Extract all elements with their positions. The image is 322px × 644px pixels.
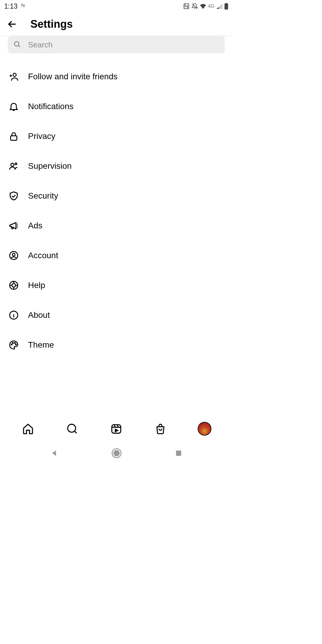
status-bar: 1:13 4G [0, 0, 233, 13]
nav-reels[interactable] [109, 422, 123, 436]
search-input[interactable] [28, 40, 219, 49]
svg-point-3 [14, 41, 19, 46]
settings-item-label: Theme [28, 340, 54, 350]
palette-icon [8, 339, 20, 351]
wifi-icon [200, 4, 206, 9]
bell-icon [8, 100, 20, 112]
svg-point-4 [13, 73, 16, 77]
settings-item-theme[interactable]: Theme [0, 330, 233, 360]
bell-off-icon [191, 3, 198, 10]
svg-point-14 [13, 343, 13, 343]
svg-point-7 [15, 163, 17, 165]
back-button[interactable] [6, 18, 18, 30]
settings-item-label: Privacy [28, 131, 55, 141]
system-nav [0, 441, 233, 465]
svg-point-13 [11, 344, 12, 345]
nav-shop[interactable] [153, 422, 168, 436]
svg-point-6 [11, 163, 14, 166]
search-box[interactable] [8, 36, 225, 53]
nav-profile[interactable] [197, 422, 212, 436]
info-icon [8, 309, 20, 321]
avatar [198, 422, 211, 436]
sys-home-button[interactable] [111, 448, 122, 459]
svg-rect-5 [11, 136, 17, 140]
bottom-nav [0, 416, 233, 441]
settings-list: Follow and invite friends Notifications … [0, 53, 233, 416]
add-person-icon [8, 71, 20, 83]
settings-item-label: Ads [28, 221, 42, 230]
svg-point-16 [16, 344, 16, 345]
settings-item-about[interactable]: About [0, 300, 233, 330]
svg-rect-18 [112, 425, 121, 433]
settings-item-help[interactable]: Help [0, 270, 233, 300]
settings-item-ads[interactable]: Ads [0, 211, 233, 241]
network-type-label: 4G [208, 4, 215, 9]
search-icon [13, 40, 21, 49]
megaphone-icon [8, 220, 20, 232]
svg-point-15 [14, 343, 15, 343]
footsteps-icon [20, 2, 26, 10]
settings-item-follow-invite[interactable]: Follow and invite friends [0, 62, 233, 92]
svg-rect-21 [176, 451, 181, 456]
signal-icon [216, 4, 222, 9]
nav-search[interactable] [65, 422, 79, 436]
settings-item-security[interactable]: Security [0, 181, 233, 211]
lock-icon [8, 130, 20, 142]
settings-item-notifications[interactable]: Notifications [0, 92, 233, 121]
status-time: 1:13 [4, 2, 18, 10]
sys-back-button[interactable] [50, 449, 58, 457]
settings-item-label: Notifications [28, 102, 74, 111]
settings-item-supervision[interactable]: Supervision [0, 151, 233, 181]
svg-point-9 [13, 253, 15, 256]
sys-recent-button[interactable] [175, 449, 182, 457]
settings-item-label: Help [28, 281, 45, 290]
svg-point-11 [12, 284, 16, 287]
lifebuoy-icon [8, 279, 20, 291]
settings-item-account[interactable]: Account [0, 241, 233, 270]
battery-icon [224, 3, 228, 10]
settings-item-label: Security [28, 191, 58, 201]
nfc-icon [183, 3, 190, 10]
shield-icon [8, 190, 20, 202]
settings-item-label: Supervision [28, 161, 72, 171]
settings-item-label: Account [28, 251, 58, 260]
settings-item-privacy[interactable]: Privacy [0, 121, 233, 151]
settings-item-label: Follow and invite friends [28, 72, 117, 81]
page-title: Settings [30, 18, 73, 30]
nav-home[interactable] [21, 422, 35, 436]
header: Settings [0, 13, 233, 36]
svg-point-20 [114, 451, 119, 456]
user-circle-icon [8, 250, 20, 261]
people-icon [8, 160, 20, 172]
svg-rect-2 [225, 4, 228, 10]
settings-item-label: About [28, 310, 50, 320]
